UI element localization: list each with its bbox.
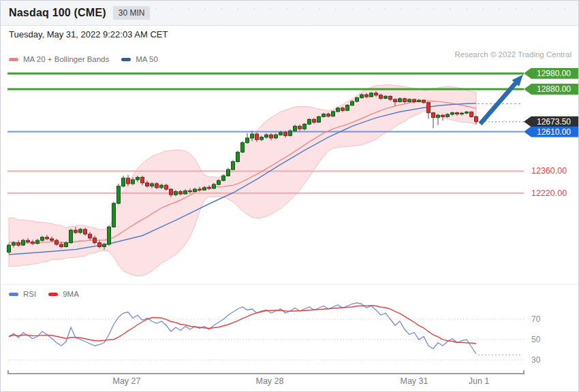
candle-down [341, 108, 345, 111]
candle-down [394, 99, 397, 102]
candle-up [460, 113, 464, 114]
candle-up [265, 135, 268, 137]
rsi-legend-swatch-icon [48, 293, 58, 296]
candle-up [294, 126, 297, 131]
candle-down [189, 191, 192, 191]
candle-up [279, 133, 283, 135]
candle-up [36, 240, 40, 244]
candle-up [7, 245, 11, 252]
candle-down [155, 184, 159, 188]
candle-up [151, 184, 154, 186]
rsi-9ma-line [9, 306, 476, 344]
candle-up [241, 143, 245, 152]
price-tag-last-price: 12673.50 [524, 116, 579, 127]
time-axis-label: Jun 1 [469, 376, 490, 386]
candle-down [93, 238, 97, 243]
rsi-tick-label: 50 [531, 334, 540, 345]
rsi-line [9, 303, 476, 354]
candle-up [136, 178, 140, 180]
candle-up [236, 152, 240, 162]
rsi-tick-label: 70 [531, 314, 540, 325]
candle-down [74, 230, 78, 233]
trading-central-chart-page: Nasdaq 100 (CME) 30 MIN Tuesday, May 31,… [0, 0, 579, 392]
candle-up [103, 244, 106, 247]
candle-down [379, 95, 383, 99]
time-axis [8, 370, 524, 374]
candle-up [41, 238, 44, 241]
candle-up [260, 137, 264, 140]
candle-up [332, 112, 335, 116]
candle-down [403, 99, 407, 102]
candle-down [470, 112, 473, 117]
candle-down [84, 229, 87, 234]
candle-down [198, 189, 202, 190]
candle-down [422, 100, 426, 103]
rsi-legend-label: RSI [23, 290, 36, 298]
candle-down [98, 243, 101, 247]
rsi-legend-item: RSI [9, 290, 36, 298]
candle-up [69, 230, 73, 243]
candle-down [146, 183, 149, 186]
time-axis-label: May 28 [256, 376, 284, 386]
candle-down [389, 96, 392, 99]
candle-down [413, 99, 416, 102]
candle-up [370, 93, 373, 97]
candle-up [203, 188, 206, 191]
candle-up [79, 229, 82, 233]
rsi-tick-label: 30 [531, 355, 540, 365]
candle-down [170, 189, 173, 195]
candle-up [232, 162, 235, 170]
rsi-legend-swatch-icon [9, 293, 18, 296]
candle-up [322, 114, 326, 117]
candle-down [475, 117, 478, 122]
candle-up [217, 180, 221, 184]
candle-up [222, 176, 225, 180]
candle-up [65, 243, 68, 247]
price-label-support: 12220.00 [531, 188, 567, 199]
candle-down [31, 242, 35, 244]
candle-up [174, 192, 178, 195]
candle-up [117, 186, 121, 203]
candle-up [446, 114, 450, 117]
candle-up [246, 138, 249, 143]
bullish-projection-arrow [480, 82, 517, 124]
candle-down [327, 114, 330, 116]
candle-down [456, 113, 459, 114]
candle-down [432, 113, 435, 118]
candle-down [17, 243, 20, 246]
time-axis-label: May 27 [113, 376, 141, 386]
candle-up [465, 112, 469, 114]
candle-up [108, 227, 111, 245]
candle-down [375, 93, 378, 95]
candle-up [160, 185, 163, 188]
candle-down [89, 234, 92, 238]
candle-down [270, 135, 273, 138]
candle-down [298, 126, 302, 129]
candle-up [289, 131, 292, 135]
rsi-panel-legend: RSI9MA [9, 290, 91, 298]
candle-down [27, 240, 30, 242]
candle-up [384, 96, 388, 98]
candle-up [131, 180, 135, 184]
rsi-legend-label: 9MA [63, 290, 79, 298]
candle-up [337, 108, 340, 112]
candle-up [122, 178, 125, 186]
price-label-support: 12360.00 [531, 165, 567, 176]
candle-down [55, 240, 59, 244]
rsi-legend-item: 9MA [48, 290, 79, 298]
candle-down [208, 188, 211, 189]
candle-down [284, 133, 287, 136]
candle-down [441, 115, 445, 116]
candle-up [418, 100, 421, 101]
candle-up [356, 98, 359, 101]
candle-up [22, 240, 25, 245]
candle-up [308, 119, 311, 124]
candlestick-and-rsi-chart [1, 1, 579, 392]
price-tag-resistance: 12880.00 [524, 84, 579, 95]
candle-up [398, 99, 402, 102]
candle-up [213, 184, 216, 189]
candle-down [365, 95, 369, 97]
candle-up [193, 189, 197, 192]
candle-down [60, 244, 63, 247]
candle-up [112, 203, 116, 227]
